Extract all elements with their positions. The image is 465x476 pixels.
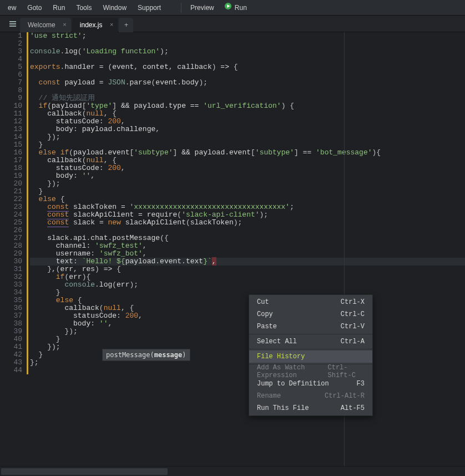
preview-button[interactable]: Preview xyxy=(185,0,220,16)
code-line[interactable] xyxy=(30,40,465,48)
code-line[interactable]: }; xyxy=(30,359,465,367)
code-line[interactable]: if(err){ xyxy=(30,273,465,281)
line-number: 9 xyxy=(0,94,22,102)
code-line[interactable]: callback(null, { xyxy=(30,110,465,118)
context-menu-item-label: Cut xyxy=(257,298,269,306)
run-button[interactable]: Run xyxy=(220,0,251,16)
code-line[interactable]: } xyxy=(30,289,465,297)
hint-fn: postMessage xyxy=(106,351,150,359)
line-number: 8 xyxy=(0,87,22,94)
code-line[interactable]: statusCode: 200, xyxy=(30,312,465,320)
context-menu-item-shortcut: Ctrl-C xyxy=(341,310,365,318)
line-number: 13 xyxy=(0,126,22,133)
menu-item-support[interactable]: Support xyxy=(132,0,166,16)
line-number: 18 xyxy=(0,164,22,172)
menu-item-tools[interactable]: Tools xyxy=(70,0,97,16)
code-line[interactable]: else { xyxy=(30,297,465,304)
line-number: 38 xyxy=(0,320,22,328)
line-number: 39 xyxy=(0,328,22,335)
code-line[interactable]: else if(payload.event['subtype'] && payl… xyxy=(30,149,465,157)
context-menu-item-label: Run This File xyxy=(257,404,309,412)
context-menu-item: Add As Watch ExpressionCtrl-Shift-C xyxy=(249,365,372,378)
code-line[interactable]: text: `Hello! ${payload.event.text}`, xyxy=(30,258,465,265)
code-line[interactable] xyxy=(30,227,465,234)
line-number: 11 xyxy=(0,110,22,118)
code-editor[interactable]: 1234567891011121314151617181920212223242… xyxy=(0,32,465,476)
code-line[interactable]: } xyxy=(30,335,465,343)
code-line[interactable]: }); xyxy=(30,328,465,335)
code-line[interactable]: body: '', xyxy=(30,172,465,180)
line-number: 30 xyxy=(0,258,22,265)
code-line[interactable] xyxy=(30,367,465,374)
code-line[interactable]: } xyxy=(30,141,465,149)
context-menu-item-label: File History xyxy=(257,353,305,360)
context-menu-item[interactable]: Jump to DefinitionF3 xyxy=(249,378,372,390)
context-menu-item[interactable]: File History xyxy=(249,350,372,363)
code-line[interactable]: const slack = new slackApiClient(slackTo… xyxy=(30,219,465,227)
line-number: 10 xyxy=(0,102,22,110)
tab-list-icon[interactable] xyxy=(6,16,20,32)
code-line[interactable]: body: payload.challenge, xyxy=(30,126,465,133)
svg-rect-3 xyxy=(9,23,16,24)
code-line[interactable]: }); xyxy=(30,343,465,351)
context-menu-separator xyxy=(249,334,372,334)
code-line[interactable] xyxy=(30,87,465,94)
code-line[interactable]: exports.handler = (event, contet, callba… xyxy=(30,63,465,71)
menu-item-window[interactable]: Window xyxy=(97,0,132,16)
code-line[interactable]: username: 'swfz_bot', xyxy=(30,250,465,258)
context-menu-item[interactable]: PasteCtrl-V xyxy=(249,320,372,333)
code-line[interactable]: callback(null, { xyxy=(30,304,465,312)
code-line[interactable]: callback(null, { xyxy=(30,157,465,164)
code-line[interactable]: console.log(err); xyxy=(30,281,465,289)
code-line[interactable]: slack.api.chat.postMessage({ xyxy=(30,234,465,242)
context-menu-item[interactable]: CutCtrl-X xyxy=(249,296,372,308)
tabstrip: Welcome × index.js × + xyxy=(0,16,465,32)
context-menu-item[interactable]: Run This FileAlt-F5 xyxy=(249,402,372,414)
close-icon[interactable]: × xyxy=(63,21,66,28)
scrollbar-thumb[interactable] xyxy=(1,468,168,475)
code-line[interactable]: const slackToken = 'xxxxxxxxxxxxxxxxxxxx… xyxy=(30,203,465,211)
new-tab-button[interactable]: + xyxy=(119,18,133,32)
line-number: 2 xyxy=(0,40,22,48)
line-number: 41 xyxy=(0,343,22,351)
line-number: 27 xyxy=(0,234,22,242)
code-line[interactable]: body: '', xyxy=(30,320,465,328)
code-line[interactable]: statusCode: 200, xyxy=(30,164,465,172)
line-number: 16 xyxy=(0,149,22,157)
menu-item-view-partial[interactable]: ew xyxy=(2,0,22,16)
code-line[interactable]: } xyxy=(30,351,465,359)
horizontal-scrollbar[interactable] xyxy=(0,466,465,476)
code-line[interactable]: statusCode: 200, xyxy=(30,118,465,126)
line-number: 29 xyxy=(0,250,22,258)
code-line[interactable] xyxy=(30,56,465,63)
line-number: 22 xyxy=(0,196,22,203)
code-line[interactable]: const payload = JSON.parse(event.body); xyxy=(30,79,465,87)
tab-welcome[interactable]: Welcome × xyxy=(20,18,71,32)
code-line[interactable]: // 通知先認証用 xyxy=(30,94,465,102)
line-number: 4 xyxy=(0,56,22,63)
menu-item-run[interactable]: Run xyxy=(47,0,70,16)
code-line[interactable]: else { xyxy=(30,196,465,203)
code-line[interactable]: 'use strict'; xyxy=(30,32,465,40)
tab-index-js[interactable]: index.js × xyxy=(72,18,118,32)
context-menu-item[interactable]: Select AllCtrl-A xyxy=(249,335,372,348)
code-line[interactable]: },(err, res) => { xyxy=(30,265,465,273)
close-icon[interactable]: × xyxy=(110,21,113,28)
menu-item-goto[interactable]: Goto xyxy=(22,0,47,16)
plus-icon: + xyxy=(124,21,128,29)
code-line[interactable]: console.log('Loading function'); xyxy=(30,48,465,56)
code-line[interactable]: const slackApiClient = require('slack-ap… xyxy=(30,211,465,219)
code-line[interactable]: } xyxy=(30,188,465,196)
signature-hint: postMessage(message) xyxy=(102,349,190,361)
line-number: 28 xyxy=(0,242,22,250)
code-line[interactable]: }); xyxy=(30,133,465,141)
code-area[interactable]: 'use strict';console.log('Loading functi… xyxy=(27,32,465,476)
code-line[interactable]: }); xyxy=(30,180,465,188)
tab-label: index.js xyxy=(80,21,103,29)
code-line[interactable] xyxy=(30,71,465,79)
context-menu-item[interactable]: CopyCtrl-C xyxy=(249,308,372,320)
line-number: 24 xyxy=(0,211,22,219)
line-number: 42 xyxy=(0,351,22,359)
code-line[interactable]: channel: 'swfz_test', xyxy=(30,242,465,250)
code-line[interactable]: if(payload['type'] && payload.type == 'u… xyxy=(30,102,465,110)
